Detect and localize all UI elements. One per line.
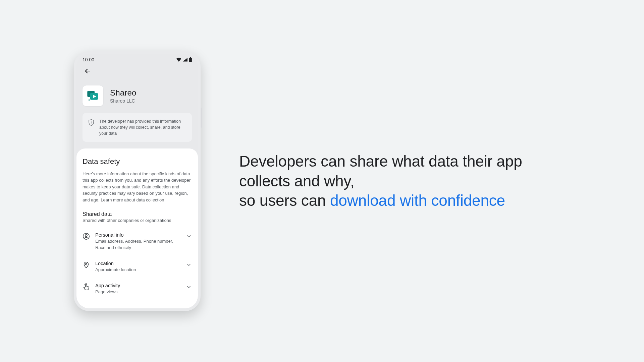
banner-text: The developer has provided this informat… (99, 118, 186, 136)
data-row-title: App activity (95, 283, 180, 288)
svg-rect-1 (190, 57, 191, 58)
data-row-subtitle: Email address, Address, Phone number, Ra… (95, 238, 180, 250)
back-icon[interactable] (84, 67, 91, 75)
slide-headline: Developers can share what data their app… (239, 152, 570, 210)
person-icon (83, 233, 90, 240)
data-safety-heading: Data safety (83, 157, 192, 166)
phone-frame: 10:00 (74, 51, 201, 311)
shared-data-subtitle: Shared with other companies or organizat… (83, 218, 192, 223)
svg-point-4 (91, 121, 92, 122)
app-header: Shareo Shareo LLC (76, 78, 198, 113)
learn-more-link[interactable]: Learn more about data collection (101, 197, 164, 202)
svg-rect-0 (189, 58, 192, 62)
status-time: 10:00 (83, 57, 94, 62)
battery-icon (189, 57, 192, 62)
app-icon (83, 85, 103, 106)
data-row[interactable]: Personal infoEmail address, Address, Pho… (83, 229, 192, 257)
phone-screen: 10:00 (76, 54, 198, 308)
data-row-subtitle: Approximate location (95, 267, 180, 273)
app-name: Shareo (110, 88, 137, 98)
chevron-down-icon (186, 284, 192, 290)
svg-point-7 (85, 235, 87, 237)
touch-icon (83, 283, 90, 291)
wifi-icon (176, 58, 181, 62)
data-row-title: Location (95, 261, 180, 266)
data-row[interactable]: LocationApproximate location (83, 257, 192, 280)
shield-icon (88, 119, 95, 126)
nav-bar (76, 63, 198, 78)
location-icon (83, 261, 90, 268)
info-banner: The developer has provided this informat… (83, 113, 192, 142)
svg-point-8 (86, 263, 87, 265)
slide-text-accent: download with confidence (330, 192, 505, 209)
signal-icon (183, 58, 187, 62)
chevron-down-icon (186, 262, 192, 268)
data-row-subtitle: Page views (95, 289, 180, 295)
data-row[interactable]: App activityPage views (83, 280, 192, 302)
status-bar: 10:00 (76, 54, 198, 63)
shared-data-title: Shared data (83, 211, 192, 217)
data-row-title: Personal info (95, 232, 180, 238)
data-safety-description: Here's more information about the specif… (83, 171, 192, 203)
status-icons (176, 57, 192, 62)
chevron-down-icon (186, 233, 192, 239)
svg-rect-5 (91, 122, 91, 123)
developer-name: Shareo LLC (110, 98, 137, 104)
data-safety-card: Data safety Here's more information abou… (76, 148, 198, 308)
